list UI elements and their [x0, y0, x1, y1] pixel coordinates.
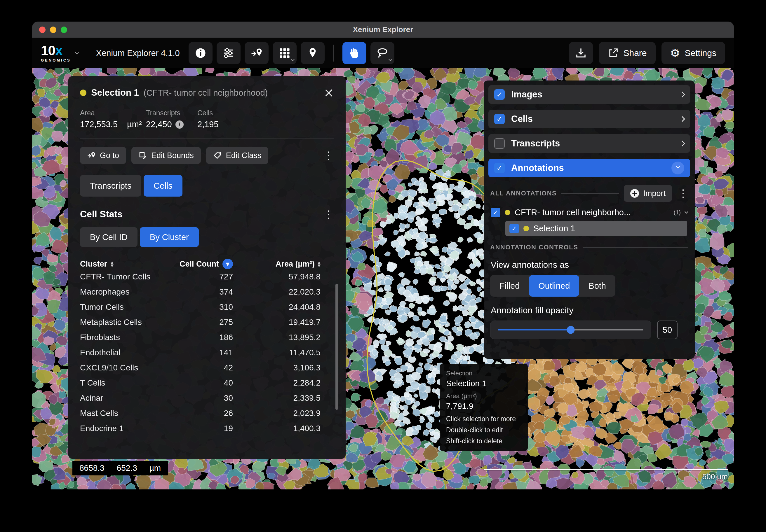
- selection-subtitle: (CFTR- tumor cell neighborhood): [143, 88, 268, 98]
- chevron-down-icon: [389, 57, 392, 61]
- toolbar-divider: [87, 45, 87, 62]
- minimize-window-button[interactable]: [50, 27, 56, 33]
- annotation-color-dot: [523, 226, 529, 231]
- tab-by-cluster[interactable]: By Cluster: [140, 227, 199, 247]
- pin-marker-button[interactable]: [301, 42, 325, 64]
- tooltip-hint: Shift-click to delete: [446, 437, 521, 445]
- lasso-icon: [376, 47, 389, 59]
- kebab-menu-icon[interactable]: ⋮: [324, 150, 334, 161]
- column-cluster[interactable]: Cluster ▲▼: [80, 260, 174, 269]
- table-row[interactable]: Mast Cells262,023.9: [80, 406, 334, 421]
- lasso-tool-button[interactable]: [370, 42, 394, 64]
- window-title: Xenium Explorer: [32, 25, 734, 34]
- display-settings-button[interactable]: [217, 42, 241, 64]
- tab-cells[interactable]: Cells: [143, 175, 182, 197]
- checkbox-checked[interactable]: ✓: [494, 114, 505, 124]
- slider-fill: [498, 329, 571, 330]
- selection-tooltip: Selection Selection 1 Area (µm²) 7,791.9…: [440, 364, 528, 451]
- info-icon[interactable]: i: [175, 120, 183, 129]
- edit-bounds-icon: [138, 151, 147, 160]
- tooltip-selection-name: Selection 1: [446, 379, 521, 388]
- edit-bounds-button[interactable]: Edit Bounds: [131, 147, 201, 164]
- settings-button[interactable]: ⚙ Settings: [662, 42, 725, 64]
- hand-icon: [348, 47, 361, 59]
- collapse-button[interactable]: [671, 162, 684, 174]
- zoom-window-button[interactable]: [61, 27, 67, 33]
- table-row[interactable]: Metaplastic Cells27519,419.7: [80, 315, 334, 330]
- annotation-color-dot: [505, 210, 510, 215]
- tenx-logo-menu-button[interactable]: 10x GENOMICS: [41, 44, 78, 62]
- checkbox-checked[interactable]: ✓: [509, 224, 519, 233]
- layer-row-annotations[interactable]: ✓ Annotations: [488, 159, 690, 177]
- table-row[interactable]: Macrophages37422,020.3: [80, 284, 334, 300]
- annotation-item-row[interactable]: ✓ Selection 1: [505, 221, 687, 236]
- stat-cells: Cells 2,195: [198, 109, 219, 129]
- checkbox-checked[interactable]: ✓: [494, 89, 505, 100]
- grid-icon: [279, 47, 291, 59]
- slider-track[interactable]: [498, 329, 643, 330]
- layer-row-cells[interactable]: ✓ Cells: [488, 110, 690, 128]
- opacity-value-field[interactable]: 50: [657, 321, 678, 339]
- kebab-menu-icon[interactable]: ⋮: [324, 209, 334, 220]
- go-to-button[interactable]: Go to: [80, 147, 126, 164]
- close-icon[interactable]: ×: [324, 87, 334, 99]
- view-annotations-as-label: View annotations as: [491, 260, 688, 270]
- checkbox-unchecked[interactable]: [494, 138, 505, 149]
- opacity-slider[interactable]: [490, 321, 651, 339]
- checkbox-checked[interactable]: ✓: [491, 208, 500, 217]
- info-button[interactable]: [188, 42, 213, 64]
- chevron-down-icon: [676, 165, 680, 168]
- table-row[interactable]: T Cells402,284.2: [80, 375, 334, 391]
- tab-by-cell-id[interactable]: By Cell ID: [80, 227, 137, 247]
- go-to-location-button[interactable]: [245, 42, 269, 64]
- slider-thumb[interactable]: [567, 326, 575, 334]
- info-icon: [195, 47, 207, 59]
- go-to-pin-icon: [251, 47, 263, 59]
- table-row[interactable]: Tumor Cells31024,404.8: [80, 300, 334, 315]
- column-area[interactable]: Area (µm²) ▲▼: [233, 260, 321, 269]
- table-row[interactable]: Acinar302,339.5: [80, 391, 334, 406]
- column-cell-count[interactable]: Cell Count ▼: [174, 259, 233, 269]
- stat-transcripts: Transcripts 22,450 i: [146, 109, 198, 129]
- layer-row-transcripts[interactable]: Transcripts: [488, 134, 690, 153]
- download-button[interactable]: [569, 42, 593, 64]
- all-annotations-label: ALL ANNOTATIONS: [490, 190, 557, 197]
- scale-bar: 500 µm: [484, 469, 728, 481]
- stat-area: Area 172,553.5 µm²: [80, 109, 146, 129]
- table-row[interactable]: CXCL9/10 Cells423,106.3: [80, 360, 334, 375]
- view-mode-segmented-control: Filled Outlined Both: [490, 275, 615, 297]
- view-mode-outlined[interactable]: Outlined: [529, 275, 579, 297]
- share-button[interactable]: Share: [599, 42, 655, 64]
- table-row[interactable]: Fibroblasts18613,895.2: [80, 330, 334, 345]
- table-row[interactable]: CFTR- Tumor Cells72757,948.8: [80, 269, 334, 284]
- grid-view-button[interactable]: [273, 42, 297, 64]
- kebab-menu-icon[interactable]: ⋮: [678, 188, 688, 199]
- checkbox-checked[interactable]: ✓: [494, 163, 505, 173]
- view-mode-filled[interactable]: Filled: [490, 275, 529, 297]
- edit-class-button[interactable]: Edit Class: [206, 147, 269, 164]
- chevron-right-icon: [679, 141, 685, 146]
- tab-transcripts[interactable]: Transcripts: [80, 175, 141, 197]
- layer-row-images[interactable]: ✓ Images: [488, 85, 690, 104]
- toolbar-divider: [333, 45, 334, 62]
- selection-color-dot: [80, 90, 86, 96]
- titlebar: Xenium Explorer: [32, 22, 734, 38]
- pan-tool-button[interactable]: [342, 42, 366, 64]
- layers-panel: ✓ Images ✓ Cells Transcripts ✓ Annotatio…: [484, 81, 695, 359]
- annotation-group-row[interactable]: ✓ CFTR- tumor cell neighborho... (1): [491, 208, 688, 217]
- import-button[interactable]: + Import: [624, 185, 672, 202]
- chevron-right-icon: [679, 116, 685, 122]
- table-row[interactable]: Endothelial14111,470.5: [80, 345, 334, 360]
- table-row[interactable]: Endocrine 1191,400.3: [80, 421, 334, 436]
- close-window-button[interactable]: [39, 27, 45, 33]
- cursor-coordinates: 8658.3 652.3 µm: [72, 461, 168, 475]
- map-pin-icon: [307, 47, 319, 59]
- app-version-label: Xenium Explorer 4.1.0: [96, 48, 180, 58]
- tissue-viewport: Selection 1 (CFTR- tumor cell neighborho…: [32, 68, 734, 489]
- annotation-controls-label: ANNOTATION CONTROLS: [490, 244, 578, 251]
- divider: [561, 193, 619, 194]
- table-scrollbar[interactable]: [335, 284, 338, 410]
- view-mode-both[interactable]: Both: [579, 275, 615, 297]
- scale-bar-line: [484, 469, 728, 470]
- sort-desc-icon: ▼: [223, 259, 233, 269]
